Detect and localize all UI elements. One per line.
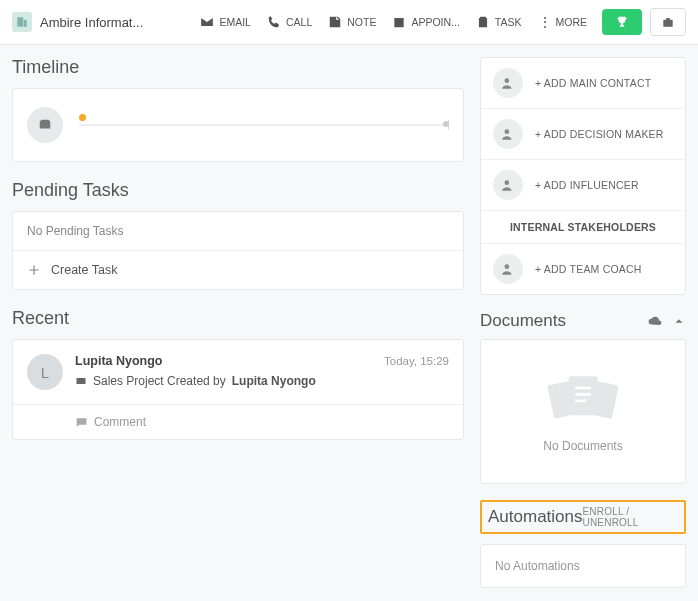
more-dots-icon: ⋮ — [538, 14, 551, 30]
svg-point-2 — [505, 180, 510, 185]
recent-actor[interactable]: Lupita Nyongo — [75, 354, 163, 368]
create-task-button[interactable]: Create Task — [13, 251, 463, 289]
internal-stakeholders-header: INTERNAL STAKEHOLDERS — [481, 211, 685, 244]
comment-icon — [75, 416, 88, 429]
documents-card: No Documents — [480, 339, 686, 484]
automations-card: No Automations — [480, 544, 686, 588]
recent-item: L Lupita Nyongo Today, 15:29 Sales Proje… — [13, 340, 463, 404]
person-plus-icon — [493, 170, 523, 200]
add-decision-maker[interactable]: + ADD DECISION MAKER — [481, 109, 685, 160]
appointment-label: APPOIN... — [411, 16, 459, 28]
documents-empty-text: No Documents — [543, 439, 622, 453]
email-icon — [200, 15, 214, 29]
pending-card: No Pending Tasks Create Task — [12, 211, 464, 290]
person-plus-icon — [493, 68, 523, 98]
more-label: MORE — [556, 16, 588, 28]
svg-point-0 — [505, 78, 510, 83]
company-icon — [12, 12, 32, 32]
comment-button[interactable]: Comment — [13, 404, 463, 439]
call-button[interactable]: CALL — [260, 11, 319, 33]
timeline-track[interactable] — [79, 124, 449, 126]
note-button[interactable]: NOTE — [321, 11, 383, 33]
create-task-label: Create Task — [51, 263, 117, 277]
automations-header-highlight: Automations ENROLL / UNENROLL — [480, 500, 686, 534]
add-influencer[interactable]: + ADD INFLUENCER — [481, 160, 685, 211]
recent-event-prefix: Sales Project Created by — [93, 374, 226, 388]
recent-event-actor: Lupita Nyongo — [232, 374, 316, 388]
trophy-button[interactable] — [602, 9, 642, 35]
note-icon — [328, 15, 342, 29]
cloud-upload-icon[interactable] — [648, 314, 662, 328]
svg-rect-7 — [575, 387, 591, 390]
note-label: NOTE — [347, 16, 376, 28]
recent-title: Recent — [12, 308, 464, 329]
briefcase-button[interactable] — [650, 8, 686, 36]
pending-title: Pending Tasks — [12, 180, 464, 201]
phone-icon — [267, 15, 281, 29]
documents-header: Documents — [480, 311, 686, 331]
contacts-card: + ADD MAIN CONTACT + ADD DECISION MAKER … — [480, 57, 686, 295]
more-button[interactable]: ⋮ MORE — [531, 10, 595, 34]
documents-actions — [648, 314, 686, 328]
briefcase-icon — [661, 15, 675, 29]
plus-icon — [27, 263, 41, 277]
timeline-card — [12, 88, 464, 162]
enroll-unenroll-link[interactable]: ENROLL / UNENROLL — [583, 506, 679, 528]
svg-rect-8 — [575, 393, 591, 396]
recent-time: Today, 15:29 — [384, 355, 449, 367]
appointment-button[interactable]: APPOIN... — [385, 11, 466, 33]
add-decision-maker-label: + ADD DECISION MAKER — [535, 128, 664, 140]
task-label: TASK — [495, 16, 522, 28]
timeline-start-dot — [79, 114, 86, 121]
add-team-coach-label: + ADD TEAM COACH — [535, 263, 642, 275]
timeline-end-dot — [443, 121, 449, 127]
card-icon — [75, 375, 87, 387]
trophy-icon — [614, 15, 630, 29]
documents-empty-icon — [544, 370, 622, 427]
email-label: EMAIL — [219, 16, 251, 28]
company-name: Ambire Informat... — [40, 15, 143, 30]
svg-rect-6 — [569, 376, 598, 415]
person-plus-icon — [493, 119, 523, 149]
add-influencer-label: + ADD INFLUENCER — [535, 179, 639, 191]
add-team-coach[interactable]: + ADD TEAM COACH — [481, 244, 685, 294]
layout: Timeline Pending Tasks No Pending Tasks … — [0, 45, 698, 601]
calendar-icon — [392, 15, 406, 29]
svg-point-1 — [505, 129, 510, 134]
email-button[interactable]: EMAIL — [193, 11, 258, 33]
topbar: Ambire Informat... EMAIL CALL NOTE APPOI… — [0, 0, 698, 45]
pending-empty-text: No Pending Tasks — [13, 212, 463, 251]
header-actions: EMAIL CALL NOTE APPOIN... TASK ⋮ MORE — [166, 8, 686, 36]
documents-title: Documents — [480, 311, 566, 331]
side-column: + ADD MAIN CONTACT + ADD DECISION MAKER … — [480, 57, 686, 601]
wallet-icon — [27, 107, 63, 143]
recent-body: Lupita Nyongo Today, 15:29 Sales Project… — [75, 354, 449, 388]
add-main-contact-label: + ADD MAIN CONTACT — [535, 77, 651, 89]
task-button[interactable]: TASK — [469, 11, 529, 33]
person-plus-icon — [493, 254, 523, 284]
company-block: Ambire Informat... — [12, 12, 162, 32]
automations-title: Automations — [488, 507, 583, 527]
add-main-contact[interactable]: + ADD MAIN CONTACT — [481, 58, 685, 109]
svg-point-3 — [505, 264, 510, 269]
comment-label: Comment — [94, 415, 146, 429]
recent-card: L Lupita Nyongo Today, 15:29 Sales Proje… — [12, 339, 464, 440]
avatar: L — [27, 354, 63, 390]
recent-event-line: Sales Project Created by Lupita Nyongo — [75, 374, 449, 388]
automations-empty-text: No Automations — [481, 545, 685, 587]
main-column: Timeline Pending Tasks No Pending Tasks … — [12, 57, 464, 458]
chevron-up-icon[interactable] — [672, 314, 686, 328]
timeline-title: Timeline — [12, 57, 464, 78]
clipboard-icon — [476, 15, 490, 29]
call-label: CALL — [286, 16, 312, 28]
svg-rect-9 — [575, 400, 585, 403]
